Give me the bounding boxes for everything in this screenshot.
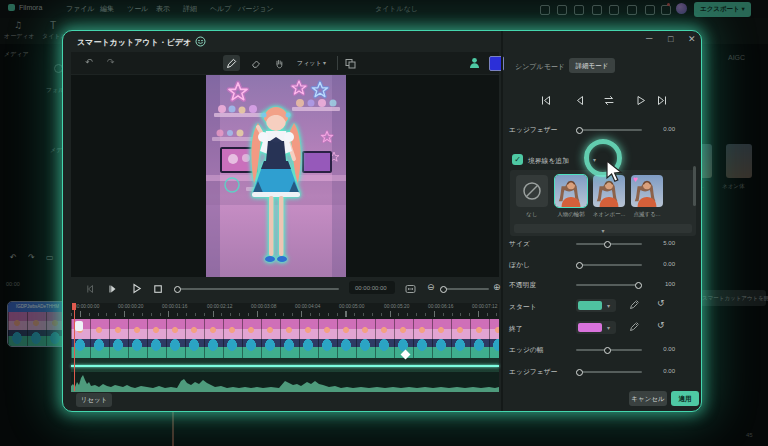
preview-viewport[interactable] — [71, 75, 499, 277]
blur-value: 0.00 — [647, 261, 675, 267]
cancel-button[interactable]: キャンセル — [629, 391, 667, 406]
zoom-track[interactable] — [443, 288, 489, 290]
ruler-tick: 00:00:07:12 — [472, 304, 497, 309]
blur-track[interactable] — [576, 264, 642, 266]
seek-knob[interactable] — [174, 286, 181, 293]
ruler-tick: 00:00:00:20 — [118, 304, 143, 309]
reset-color-icon[interactable]: ↺ — [657, 321, 665, 330]
apply-button[interactable]: 適用 — [671, 391, 699, 406]
reset-color-icon[interactable]: ↺ — [657, 299, 665, 308]
panel-divider — [501, 31, 503, 411]
smiley-icon — [195, 36, 206, 47]
play-icon[interactable] — [131, 283, 142, 294]
ruler-tick: 00:00:03:08 — [251, 304, 276, 309]
smart-cutout-dialog: スマートカットアウト・ビデオ ─ □ ✕ ↶ ↷ フィット ▾ — [62, 30, 702, 412]
undo-icon[interactable]: ↶ — [85, 58, 93, 67]
chevron-down-icon: ▾ — [607, 324, 610, 331]
blur-knob[interactable] — [576, 262, 583, 269]
edge-feather2-knob[interactable] — [576, 369, 583, 376]
eyedropper-icon[interactable] — [629, 321, 640, 332]
style-none-thumb[interactable] — [516, 175, 548, 207]
ruler-tick: 00:00:06:16 — [428, 304, 453, 309]
hand-icon[interactable] — [274, 58, 285, 69]
ruler-tick: 00:00:00:00 — [74, 304, 99, 309]
stop-icon[interactable] — [153, 284, 163, 294]
chevron-down-icon: ▾ — [607, 302, 610, 309]
chevron-down-icon: ▾ — [601, 227, 604, 235]
opacity-value: 100 — [647, 281, 675, 287]
opacity-label: 不透明度 — [509, 280, 536, 290]
tab-simple-mode[interactable]: シンプルモード — [515, 62, 565, 72]
playhead-line[interactable] — [74, 303, 76, 391]
video-frame — [206, 75, 346, 277]
opacity-knob[interactable] — [635, 282, 642, 289]
edge-feather-label: エッジフェザー — [509, 125, 558, 135]
skip-end-icon[interactable] — [657, 95, 668, 106]
add-border-label: 境界線を追加 — [528, 156, 569, 166]
start-color-label: スタート — [509, 302, 537, 312]
eyedropper-icon[interactable] — [629, 299, 640, 310]
heart-icon: ♥ — [633, 175, 638, 184]
timecode-box: 00:00:00:00 — [349, 281, 395, 294]
play-icon[interactable] — [635, 95, 646, 106]
add-border-checkbox[interactable]: ✓ — [512, 154, 523, 165]
tab-detail-mode[interactable]: 詳細モード — [569, 58, 615, 73]
style-outline-thumb-selected[interactable] — [555, 175, 587, 207]
video-filmstrip-track[interactable] — [71, 319, 499, 358]
major-ticks — [80, 311, 499, 317]
seek-track[interactable] — [177, 288, 339, 290]
style-blink-thumb[interactable]: ♥ — [631, 175, 663, 207]
edge-width-value: 0.00 — [647, 346, 675, 352]
edge-feather-knob[interactable] — [576, 127, 583, 134]
ruler-tick: 00:00:02:12 — [207, 304, 232, 309]
track-gap — [71, 358, 499, 372]
prev-frame-icon[interactable] — [85, 284, 95, 294]
compare-icon[interactable] — [345, 58, 356, 69]
panel-scrollbar[interactable] — [693, 166, 696, 206]
end-color-swatch[interactable] — [578, 323, 602, 332]
redo-icon[interactable]: ↷ — [107, 58, 115, 67]
fit-width-icon[interactable] — [405, 284, 416, 294]
timecode: 00:00:00:00 — [355, 285, 387, 291]
person-mask-icon[interactable] — [468, 56, 481, 69]
size-value: 5.00 — [647, 240, 675, 246]
fit-dropdown[interactable]: フィット — [297, 59, 322, 68]
edge-feather2-label: エッジフェザー — [509, 367, 558, 377]
style-outline-label: 人物の輪郭 — [552, 211, 590, 218]
edge-feather2-value: 0.00 — [647, 368, 675, 374]
size-knob[interactable] — [604, 241, 611, 248]
reset-button[interactable]: リセット — [76, 393, 112, 407]
edge-feather2-track[interactable] — [576, 371, 642, 373]
timeline-ruler[interactable]: 00:00:00:00 00:00:00:20 00:00:01:16 00:0… — [71, 303, 499, 319]
eraser-icon[interactable] — [251, 58, 262, 69]
opacity-track[interactable] — [576, 284, 642, 286]
maximize-button[interactable]: □ — [668, 34, 673, 44]
app-screen: Filmora ファイル 編集 ツール 表示 詳細 ヘルプ バージョン タイトル… — [0, 0, 768, 446]
brush-icon[interactable] — [226, 58, 237, 69]
style-expander[interactable]: ▾ — [514, 224, 692, 233]
end-color-dropdown[interactable]: ▾ — [576, 321, 616, 334]
ruler-tick: 00:00:01:16 — [162, 304, 187, 309]
end-color-label: 終了 — [509, 324, 523, 334]
edge-feather-value: 0.00 — [647, 126, 675, 132]
next-frame-icon[interactable] — [107, 284, 117, 294]
edge-feather-track[interactable] — [576, 129, 642, 131]
audio-waveform-track[interactable] — [71, 372, 499, 392]
zoom-knob[interactable] — [440, 286, 447, 293]
edge-width-knob[interactable] — [604, 347, 611, 354]
style-blink-label: 点滅する... — [628, 211, 666, 218]
zoom-in-icon[interactable]: ⊕ — [493, 283, 501, 292]
ruler-tick: 00:00:05:00 — [339, 304, 364, 309]
preview-toolbar: ↶ ↷ フィット ▾ — [71, 52, 499, 74]
close-button[interactable]: ✕ — [688, 34, 696, 44]
start-color-dropdown[interactable]: ▾ — [576, 299, 616, 312]
minimize-button[interactable]: ─ — [646, 33, 652, 43]
track-highlight-line — [71, 365, 499, 367]
prev-icon[interactable] — [574, 95, 585, 106]
start-color-swatch[interactable] — [578, 301, 602, 310]
zoom-out-icon[interactable]: ⊖ — [427, 283, 435, 292]
blur-label: ぼかし — [509, 260, 530, 270]
skip-start-icon[interactable] — [540, 95, 551, 106]
loop-icon[interactable] — [603, 95, 615, 106]
dialog-title: スマートカットアウト・ビデオ — [77, 37, 191, 48]
